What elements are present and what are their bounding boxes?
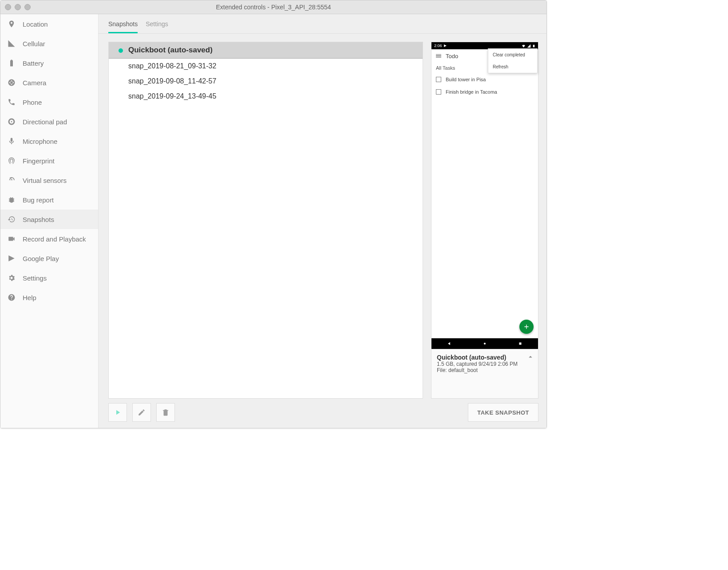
snapshot-row-label: snap_2019-09-24_13-49-45 [128, 92, 216, 100]
snapshot-quickboot[interactable]: Quickboot (auto-saved) [109, 42, 423, 59]
sidebar-item-label: Fingerprint [23, 157, 55, 165]
trash-icon [162, 408, 170, 416]
tab-settings[interactable]: Settings [146, 20, 168, 33]
sidebar-item-label: Directional pad [23, 118, 67, 126]
sidebar-item-label: Help [23, 294, 36, 301]
bottom-toolbar: TAKE SNAPSHOT [99, 399, 546, 428]
settings-icon [8, 274, 16, 282]
nav-recent-icon[interactable] [518, 341, 522, 346]
sidebar-item-label: Battery [23, 59, 44, 67]
svg-rect-0 [533, 44, 535, 47]
sidebar-item-label: Settings [23, 274, 47, 282]
status-time: 2:06 [434, 44, 442, 48]
fingerprint-icon [8, 157, 16, 165]
snapshot-row-label: snap_2019-08-21_09-31-32 [128, 62, 216, 70]
snapshot-row-label: snap_2019-09-08_11-42-57 [128, 77, 216, 85]
sidebar-item-label: Phone [23, 99, 42, 106]
device-nav-bar [431, 338, 538, 349]
sidebar-item-label: Snapshots [23, 216, 54, 223]
active-dot-icon [119, 48, 123, 53]
sidebar-item-label: Bug report [23, 196, 54, 204]
sidebar-item-location[interactable]: Location [0, 14, 98, 34]
device-task-row[interactable]: Finish bridge in Tacoma [431, 86, 538, 98]
sidebar-item-label: Cellular [23, 40, 45, 48]
device-app-title: Todo [446, 53, 458, 59]
delete-snapshot-button[interactable] [156, 403, 175, 422]
dpad-icon [8, 118, 16, 126]
battery-status-icon [532, 44, 535, 48]
titlebar: Extended controls - Pixel_3_API_28:5554 [0, 0, 546, 14]
main-pane: Snapshots Settings Quickboot (auto-saved… [99, 14, 546, 428]
device-screenshot: 2:06 Todo [431, 42, 538, 349]
fab-add-button[interactable] [519, 320, 534, 334]
device-task-row[interactable]: Build tower in Pisa [431, 73, 538, 86]
wifi-icon [522, 44, 526, 48]
sensors-icon [8, 176, 16, 184]
minimize-window-button[interactable] [15, 4, 21, 10]
task-label: Finish bridge in Tacoma [446, 89, 497, 95]
edit-snapshot-button[interactable] [132, 403, 151, 422]
snapshot-row-label: Quickboot (auto-saved) [128, 46, 213, 54]
menu-clear-completed[interactable]: Clear completed [488, 49, 537, 61]
sidebar-item-label: Google Play [23, 255, 59, 262]
sidebar-item-camera[interactable]: Camera [0, 73, 98, 92]
camera-icon [8, 79, 16, 87]
maximize-window-button[interactable] [24, 4, 31, 10]
device-body [431, 98, 538, 338]
location-icon [8, 20, 16, 28]
battery-icon [8, 59, 16, 67]
sidebar: Location Cellular Battery Camera Phone D… [0, 14, 99, 428]
sidebar-item-label: Microphone [23, 138, 57, 145]
sidebar-item-dpad[interactable]: Directional pad [0, 112, 98, 131]
take-snapshot-button[interactable]: TAKE SNAPSHOT [468, 403, 538, 422]
sidebar-item-phone[interactable]: Phone [0, 92, 98, 112]
window-title: Extended controls - Pixel_3_API_28:5554 [0, 4, 546, 11]
pencil-icon [138, 408, 146, 416]
snapshot-info: Quickboot (auto-saved) 1.5 GB, captured … [431, 349, 538, 398]
device-app-bar: Todo Clear completed Refresh [431, 49, 538, 63]
play-notif-icon [443, 44, 447, 48]
sidebar-item-cellular[interactable]: Cellular [0, 34, 98, 53]
close-window-button[interactable] [5, 4, 11, 10]
sidebar-item-record[interactable]: Record and Playback [0, 229, 98, 249]
window-controls [5, 4, 31, 10]
bug-icon [8, 196, 16, 204]
hamburger-icon[interactable] [436, 54, 441, 58]
sidebar-item-help[interactable]: Help [0, 288, 98, 307]
signal-icon [527, 44, 531, 48]
tab-snapshots[interactable]: Snapshots [108, 20, 138, 33]
sidebar-item-bugreport[interactable]: Bug report [0, 190, 98, 210]
play-icon [114, 408, 122, 416]
sidebar-item-fingerprint[interactable]: Fingerprint [0, 151, 98, 170]
sidebar-item-label: Virtual sensors [23, 177, 67, 184]
task-label: Build tower in Pisa [446, 77, 486, 82]
snapshot-row[interactable]: snap_2019-08-21_09-31-32 [109, 59, 423, 74]
snapshot-row[interactable]: snap_2019-09-24_13-49-45 [109, 89, 423, 104]
sidebar-item-battery[interactable]: Battery [0, 53, 98, 73]
expand-icon[interactable] [526, 353, 534, 361]
info-meta: 1.5 GB, captured 9/24/19 2:06 PM [437, 361, 533, 367]
play-store-icon [8, 254, 16, 262]
cellular-icon [8, 40, 16, 48]
sidebar-item-sensors[interactable]: Virtual sensors [0, 170, 98, 190]
device-overflow-menu: Clear completed Refresh [488, 48, 538, 73]
play-snapshot-button[interactable] [108, 403, 127, 422]
snapshot-row[interactable]: snap_2019-09-08_11-42-57 [109, 74, 423, 89]
menu-refresh[interactable]: Refresh [488, 61, 537, 73]
help-icon [8, 293, 16, 301]
sidebar-item-snapshots[interactable]: Snapshots [0, 210, 98, 229]
sidebar-item-label: Camera [23, 79, 46, 87]
sidebar-item-label: Location [23, 20, 48, 28]
snapshot-preview: 2:06 Todo [431, 42, 538, 399]
sidebar-item-settings[interactable]: Settings [0, 268, 98, 288]
nav-home-icon[interactable] [483, 341, 487, 346]
checkbox-icon[interactable] [436, 89, 441, 95]
window: Extended controls - Pixel_3_API_28:5554 … [0, 0, 547, 428]
sidebar-item-microphone[interactable]: Microphone [0, 131, 98, 151]
sidebar-item-googleplay[interactable]: Google Play [0, 249, 98, 268]
sidebar-item-label: Record and Playback [23, 235, 86, 243]
nav-back-icon[interactable] [447, 341, 451, 346]
snapshots-icon [8, 215, 16, 223]
svg-point-1 [484, 343, 486, 344]
checkbox-icon[interactable] [436, 77, 441, 82]
